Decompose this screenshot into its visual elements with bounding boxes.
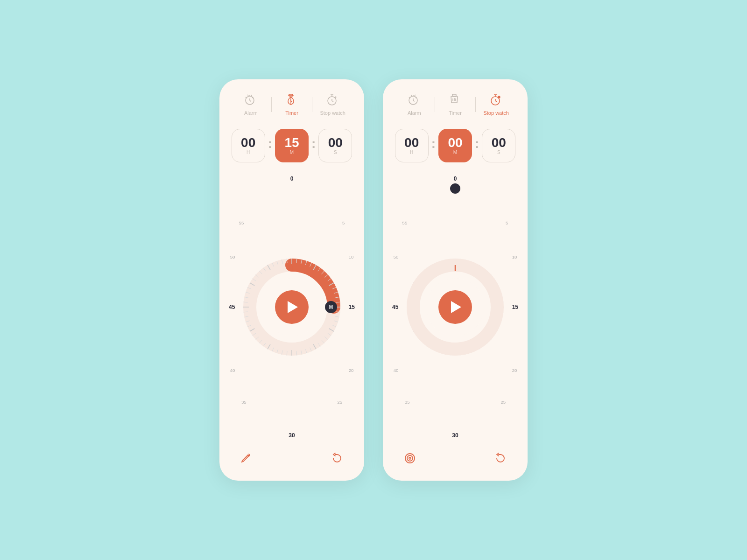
timer-label-1: Timer: [285, 110, 298, 116]
play-icon-1: [288, 301, 298, 313]
nav-timer-active[interactable]: Timer: [272, 93, 312, 116]
minutes-box-1[interactable]: 15 M: [275, 129, 309, 162]
svg-line-124: [272, 263, 274, 266]
svg-line-80: [334, 292, 338, 294]
reset-button-1[interactable]: [329, 450, 345, 467]
minutes-val-sw: 00: [448, 136, 462, 149]
play-button-1[interactable]: [275, 290, 309, 324]
svg-line-77: [328, 279, 331, 281]
svg-line-102: [272, 348, 274, 351]
svg-line-87: [332, 325, 336, 327]
svg-line-111: [244, 316, 248, 317]
svg-point-197: [409, 457, 411, 459]
phones-container: Alarm Timer: [219, 79, 528, 481]
play-button-sw[interactable]: [438, 290, 472, 324]
m-badge[interactable]: M: [325, 301, 337, 313]
phone-stopwatch: Alarm Timer: [383, 79, 528, 481]
minutes-box-sw[interactable]: 00 M: [438, 129, 472, 162]
svg-line-92: [318, 343, 320, 346]
svg-line-108: [250, 329, 254, 331]
svg-line-70: [301, 259, 302, 264]
hours-val-sw: 00: [404, 136, 419, 149]
hours-box-sw[interactable]: 00 H: [395, 129, 429, 162]
nav-stopwatch-active[interactable]: Stop watch: [476, 93, 516, 116]
svg-line-120: [256, 274, 259, 277]
svg-line-95: [305, 349, 307, 353]
svg-line-85: [335, 316, 339, 317]
svg-line-79: [332, 287, 336, 289]
alarm-label-1: Alarm: [244, 110, 258, 116]
svg-line-72: [310, 263, 312, 266]
svg-line-82: [336, 302, 340, 302]
minutes-unit-1: M: [290, 150, 294, 155]
nav-alarm-sw[interactable]: Alarm: [394, 93, 435, 116]
play-icon-sw: [451, 301, 461, 313]
svg-line-86: [334, 321, 338, 322]
svg-line-115: [244, 297, 248, 298]
svg-line-89: [328, 333, 331, 336]
timer-label-sw: Timer: [449, 110, 462, 116]
alarm-icon: [243, 93, 258, 108]
svg-line-93: [313, 344, 316, 349]
stopwatch-label-1: Stop watch: [320, 110, 345, 116]
bottom-actions-1: [231, 450, 353, 467]
hours-val-1: 00: [241, 136, 255, 149]
svg-line-116: [246, 292, 250, 294]
svg-line-109: [247, 325, 251, 327]
svg-line-105: [259, 340, 262, 343]
svg-line-81: [335, 297, 339, 298]
timer-icon-sw: [448, 93, 463, 108]
svg-line-123: [268, 265, 270, 270]
svg-line-106: [256, 337, 259, 340]
svg-line-88: [329, 329, 334, 331]
svg-line-121: [259, 271, 262, 274]
svg-line-110: [246, 321, 250, 322]
svg-line-73: [313, 265, 316, 270]
lap-button[interactable]: [402, 450, 418, 467]
progress-dot-sw: [450, 183, 460, 194]
alarm-icon-sw: [407, 93, 422, 108]
svg-line-90: [325, 337, 328, 340]
svg-line-114: [244, 302, 248, 302]
seconds-box-sw[interactable]: 00 S: [482, 129, 515, 162]
svg-line-126: [282, 259, 282, 264]
svg-line-103: [268, 344, 270, 349]
svg-line-74: [318, 268, 320, 271]
svg-line-101: [277, 349, 278, 353]
svg-line-97: [296, 351, 297, 355]
svg-line-107: [253, 333, 256, 336]
nav-alarm-timer[interactable]: Alarm: [231, 93, 271, 116]
colon-2: :: [311, 136, 316, 151]
colon-1: :: [268, 136, 272, 151]
svg-line-99: [287, 351, 287, 355]
time-display-1: 00 H : 15 M : 00 S: [232, 129, 352, 162]
reset-button-sw[interactable]: [492, 450, 509, 467]
colon-sw-2: :: [475, 136, 479, 151]
timer-icon-active: [284, 93, 299, 108]
seconds-box-1[interactable]: 00 S: [318, 129, 352, 162]
seconds-val-1: 00: [328, 136, 343, 149]
svg-line-112: [244, 312, 248, 312]
stopwatch-label-sw: Stop watch: [483, 110, 508, 116]
colon-sw-1: :: [431, 136, 436, 151]
svg-point-196: [407, 455, 413, 461]
svg-line-91: [322, 340, 324, 343]
minutes-val-1: 15: [284, 136, 299, 149]
svg-line-125: [277, 261, 278, 265]
hours-unit-1: H: [247, 150, 250, 155]
svg-line-71: [305, 261, 307, 265]
svg-line-76: [325, 274, 328, 277]
hours-box-1[interactable]: 00 H: [232, 129, 265, 162]
svg-line-94: [310, 348, 312, 351]
nav-stopwatch-1[interactable]: Stop watch: [312, 93, 353, 116]
alarm-label-sw: Alarm: [408, 110, 421, 116]
nav-tabs-sw: Alarm Timer: [394, 93, 516, 116]
seconds-val-sw: 00: [492, 136, 506, 149]
nav-timer-sw[interactable]: Timer: [435, 93, 476, 116]
svg-point-195: [405, 454, 415, 463]
bottom-actions-sw: [394, 450, 516, 467]
minutes-unit-sw: M: [453, 150, 457, 155]
edit-button[interactable]: [238, 450, 255, 467]
svg-line-118: [250, 283, 254, 286]
phone-timer: Alarm Timer: [219, 79, 364, 481]
